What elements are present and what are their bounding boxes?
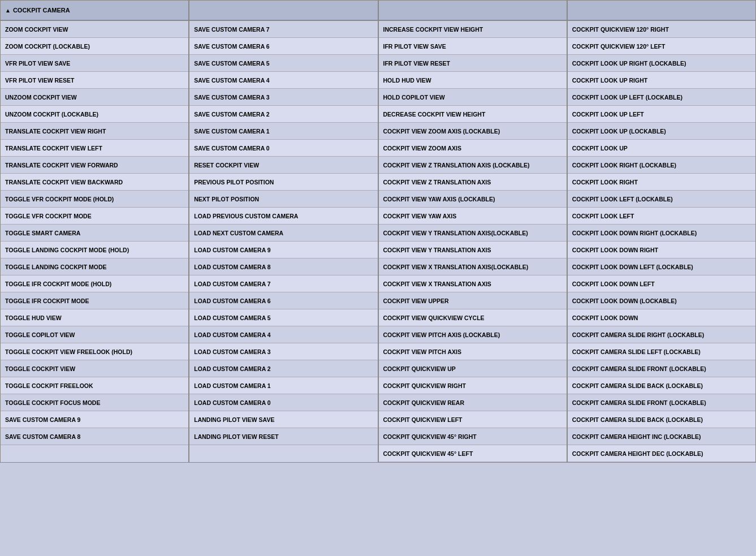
list-item[interactable]: TOGGLE LANDING COCKPIT MODE	[1, 258, 188, 275]
list-item[interactable]: COCKPIT LOOK DOWN RIGHT (LOCKABLE)	[568, 225, 755, 242]
list-item[interactable]: INCREASE COCKPIT VIEW HEIGHT	[379, 21, 567, 38]
list-item[interactable]: TOGGLE SMART CAMERA	[1, 225, 188, 242]
list-item[interactable]: TOGGLE COCKPIT VIEW FREELOOK (HOLD)	[1, 343, 188, 360]
list-item[interactable]: TOGGLE COPILOT VIEW	[1, 326, 188, 343]
list-item[interactable]: COCKPIT CAMERA SLIDE RIGHT (LOCKABLE)	[568, 326, 755, 343]
list-item[interactable]: COCKPIT CAMERA HEIGHT DEC (LOCKABLE)	[568, 445, 755, 462]
list-item[interactable]: COCKPIT CAMERA HEIGHT INC (LOCKABLE)	[568, 428, 755, 445]
list-item[interactable]: TRANSLATE COCKPIT VIEW BACKWARD	[1, 174, 188, 191]
list-item[interactable]: UNZOOM COCKPIT (LOCKABLE)	[1, 106, 188, 123]
list-item[interactable]: TOGGLE VFR COCKPIT MODE	[1, 208, 188, 225]
list-item[interactable]: TRANSLATE COCKPIT VIEW LEFT	[1, 140, 188, 157]
list-item[interactable]: DECREASE COCKPIT VIEW HEIGHT	[379, 106, 567, 123]
list-item[interactable]: LANDING PILOT VIEW SAVE	[189, 411, 377, 428]
list-item[interactable]: SAVE CUSTOM CAMERA 9	[1, 411, 188, 428]
list-item[interactable]: TOGGLE COCKPIT FREELOOK	[1, 377, 188, 394]
chevron-up-icon[interactable]: ▲	[5, 7, 11, 14]
list-item[interactable]: TOGGLE HUD VIEW	[1, 309, 188, 326]
list-item[interactable]: LOAD CUSTOM CAMERA 8	[189, 258, 377, 275]
list-item[interactable]: UNZOOM COCKPIT VIEW	[1, 89, 188, 106]
list-item[interactable]: COCKPIT VIEW YAW AXIS (LOCKABLE)	[379, 191, 567, 208]
list-item[interactable]: VFR PILOT VIEW RESET	[1, 72, 188, 89]
list-item[interactable]: COCKPIT CAMERA SLIDE LEFT (LOCKABLE)	[568, 343, 755, 360]
list-item[interactable]: COCKPIT LOOK LEFT (LOCKABLE)	[568, 191, 755, 208]
list-item[interactable]: HOLD HUD VIEW	[379, 72, 567, 89]
list-item[interactable]: COCKPIT VIEW Z TRANSLATION AXIS (LOCKABL…	[379, 157, 567, 174]
list-item[interactable]: COCKPIT QUICKVIEW UP	[379, 360, 567, 377]
list-item[interactable]: SAVE CUSTOM CAMERA 4	[189, 72, 377, 89]
list-item[interactable]: COCKPIT QUICKVIEW LEFT	[379, 411, 567, 428]
list-item[interactable]: TOGGLE COCKPIT FOCUS MODE	[1, 394, 188, 411]
list-item[interactable]: SAVE CUSTOM CAMERA 8	[1, 428, 188, 445]
list-item[interactable]: TOGGLE IFR COCKPIT MODE (HOLD)	[1, 275, 188, 292]
list-item[interactable]: LOAD CUSTOM CAMERA 5	[189, 309, 377, 326]
list-item[interactable]: LOAD CUSTOM CAMERA 9	[189, 242, 377, 258]
list-item[interactable]: NEXT PILOT POSITION	[189, 191, 377, 208]
list-item[interactable]: COCKPIT VIEW Y TRANSLATION AXIS(LOCKABLE…	[379, 225, 567, 242]
list-item[interactable]: COCKPIT QUICKVIEW 120° RIGHT	[568, 21, 755, 38]
list-item[interactable]: LOAD PREVIOUS CUSTOM CAMERA	[189, 208, 377, 225]
list-item[interactable]: ZOOM COCKPIT VIEW	[1, 21, 188, 38]
list-item[interactable]: TOGGLE COCKPIT VIEW	[1, 360, 188, 377]
list-item[interactable]: COCKPIT LOOK UP RIGHT (LOCKABLE)	[568, 55, 755, 72]
list-item[interactable]: COCKPIT VIEW YAW AXIS	[379, 208, 567, 225]
list-item[interactable]: COCKPIT LOOK UP LEFT	[568, 106, 755, 123]
list-item[interactable]: LOAD CUSTOM CAMERA 7	[189, 275, 377, 292]
list-item[interactable]: TRANSLATE COCKPIT VIEW RIGHT	[1, 123, 188, 140]
list-item[interactable]: COCKPIT QUICKVIEW 120° LEFT	[568, 38, 755, 55]
list-item[interactable]: LOAD CUSTOM CAMERA 1	[189, 377, 377, 394]
list-item[interactable]: COCKPIT LOOK LEFT	[568, 208, 755, 225]
list-item[interactable]: RESET COCKPIT VIEW	[189, 157, 377, 174]
list-item[interactable]: COCKPIT QUICKVIEW 45° RIGHT	[379, 428, 567, 445]
list-item[interactable]: IFR PILOT VIEW SAVE	[379, 38, 567, 55]
list-item[interactable]: COCKPIT VIEW X TRANSLATION AXIS	[379, 275, 567, 292]
list-item[interactable]: COCKPIT CAMERA SLIDE BACK (LOCKABLE)	[568, 377, 755, 394]
list-item[interactable]: IFR PILOT VIEW RESET	[379, 55, 567, 72]
list-item[interactable]: COCKPIT LOOK UP (LOCKABLE)	[568, 123, 755, 140]
list-item[interactable]: SAVE CUSTOM CAMERA 7	[189, 21, 377, 38]
list-item[interactable]: COCKPIT VIEW ZOOM AXIS	[379, 140, 567, 157]
list-item[interactable]: SAVE CUSTOM CAMERA 2	[189, 106, 377, 123]
list-item[interactable]: ZOOM COCKPIT (LOCKABLE)	[1, 38, 188, 55]
list-item[interactable]: COCKPIT LOOK DOWN	[568, 309, 755, 326]
list-item[interactable]: COCKPIT CAMERA SLIDE BACK (LOCKABLE)	[568, 411, 755, 428]
list-item[interactable]: LOAD CUSTOM CAMERA 4	[189, 326, 377, 343]
list-item[interactable]: COCKPIT LOOK UP LEFT (LOCKABLE)	[568, 89, 755, 106]
list-item[interactable]: COCKPIT LOOK DOWN LEFT (LOCKABLE)	[568, 258, 755, 275]
list-item[interactable]: LOAD CUSTOM CAMERA 6	[189, 292, 377, 309]
list-item[interactable]: COCKPIT QUICKVIEW RIGHT	[379, 377, 567, 394]
list-item[interactable]: SAVE CUSTOM CAMERA 6	[189, 38, 377, 55]
list-item[interactable]: LOAD CUSTOM CAMERA 0	[189, 394, 377, 411]
list-item[interactable]: SAVE CUSTOM CAMERA 1	[189, 123, 377, 140]
list-item[interactable]: LOAD NEXT CUSTOM CAMERA	[189, 225, 377, 242]
list-item[interactable]: TOGGLE VFR COCKPIT MODE (HOLD)	[1, 191, 188, 208]
list-item[interactable]: COCKPIT QUICKVIEW REAR	[379, 394, 567, 411]
list-item[interactable]: COCKPIT LOOK DOWN LEFT	[568, 275, 755, 292]
list-item[interactable]: COCKPIT LOOK DOWN (LOCKABLE)	[568, 292, 755, 309]
list-item[interactable]: LOAD CUSTOM CAMERA 3	[189, 343, 377, 360]
list-item[interactable]: SAVE CUSTOM CAMERA 5	[189, 55, 377, 72]
list-item[interactable]: COCKPIT VIEW Z TRANSLATION AXIS	[379, 174, 567, 191]
list-item[interactable]: SAVE CUSTOM CAMERA 0	[189, 140, 377, 157]
list-item[interactable]: TRANSLATE COCKPIT VIEW FORWARD	[1, 157, 188, 174]
list-item[interactable]: COCKPIT LOOK UP RIGHT	[568, 72, 755, 89]
list-item[interactable]: TOGGLE IFR COCKPIT MODE	[1, 292, 188, 309]
list-item[interactable]: PREVIOUS PILOT POSITION	[189, 174, 377, 191]
list-item[interactable]: COCKPIT LOOK DOWN RIGHT	[568, 242, 755, 258]
list-item[interactable]: COCKPIT CAMERA SLIDE FRONT (LOCKABLE)	[568, 360, 755, 377]
list-item[interactable]: HOLD COPILOT VIEW	[379, 89, 567, 106]
list-item[interactable]: COCKPIT VIEW X TRANSLATION AXIS(LOCKABLE…	[379, 258, 567, 275]
list-item[interactable]: COCKPIT VIEW ZOOM AXIS (LOCKABLE)	[379, 123, 567, 140]
list-item[interactable]: COCKPIT VIEW PITCH AXIS	[379, 343, 567, 360]
list-item[interactable]: TOGGLE LANDING COCKPIT MODE (HOLD)	[1, 242, 188, 258]
list-item[interactable]: COCKPIT LOOK RIGHT	[568, 174, 755, 191]
list-item[interactable]: LANDING PILOT VIEW RESET	[189, 428, 377, 445]
list-item[interactable]: COCKPIT VIEW UPPER	[379, 292, 567, 309]
list-item[interactable]: LOAD CUSTOM CAMERA 2	[189, 360, 377, 377]
list-item[interactable]: SAVE CUSTOM CAMERA 3	[189, 89, 377, 106]
list-item[interactable]: COCKPIT VIEW Y TRANSLATION AXIS	[379, 242, 567, 258]
list-item[interactable]: COCKPIT VIEW PITCH AXIS (LOCKABLE)	[379, 326, 567, 343]
list-item[interactable]: VFR PILOT VIEW SAVE	[1, 55, 188, 72]
list-item[interactable]: COCKPIT CAMERA SLIDE FRONT (LOCKABLE)	[568, 394, 755, 411]
list-item[interactable]: COCKPIT LOOK UP	[568, 140, 755, 157]
